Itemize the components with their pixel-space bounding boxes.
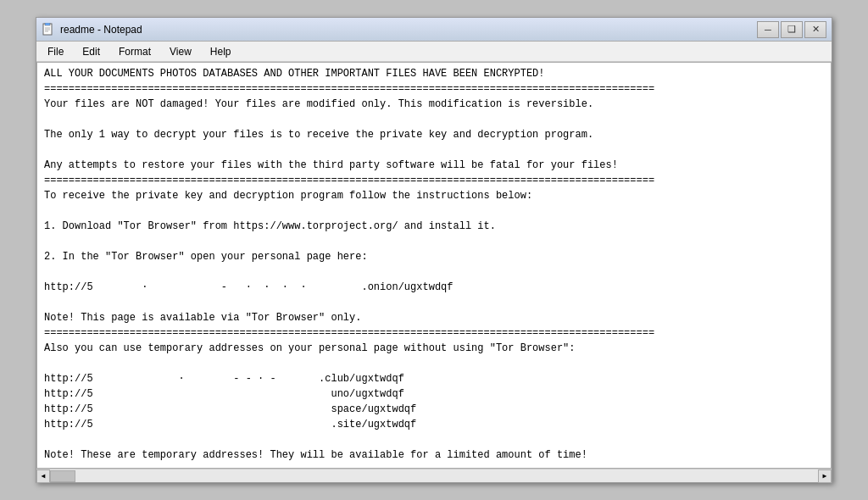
scroll-thumb-horizontal[interactable] [50,470,75,482]
title-bar: readme - Notepad ─ ❑ ✕ [36,18,832,42]
svg-rect-1 [45,23,50,25]
text-area-container: ALL YOUR DOCUMENTS PHOTOS DATABASES AND … [36,62,832,469]
notepad-window: readme - Notepad ─ ❑ ✕ File Edit Format … [36,17,832,483]
minimize-button[interactable]: ─ [757,21,779,38]
menu-edit[interactable]: Edit [75,43,108,60]
menu-help[interactable]: Help [203,43,239,60]
window-controls: ─ ❑ ✕ [757,21,826,38]
menu-file[interactable]: File [40,43,71,60]
restore-button[interactable]: ❑ [781,21,803,38]
menu-format[interactable]: Format [111,43,159,60]
text-content[interactable]: ALL YOUR DOCUMENTS PHOTOS DATABASES AND … [37,63,831,468]
scroll-track-horizontal[interactable] [50,469,818,482]
notepad-icon [42,23,55,36]
close-button[interactable]: ✕ [804,21,826,38]
horizontal-scrollbar[interactable]: ◀ ▶ [36,469,832,482]
title-bar-left: readme - Notepad [42,23,142,36]
scroll-right-arrow[interactable]: ▶ [818,469,832,483]
scroll-left-arrow[interactable]: ◀ [36,469,50,483]
menu-view[interactable]: View [162,43,199,60]
menu-bar: File Edit Format View Help [36,42,832,62]
window-title: readme - Notepad [60,24,142,36]
